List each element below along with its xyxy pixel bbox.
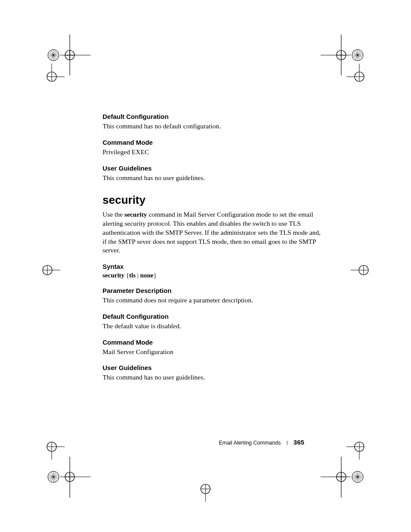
page-content: Default Configuration This command has n…: [103, 113, 322, 382]
syntax-tls: tls: [129, 272, 136, 279]
heading-syntax: Syntax: [103, 263, 322, 270]
section-title-security: security: [103, 193, 322, 207]
heading-default-configuration: Default Configuration: [103, 113, 322, 120]
intro-bold: security: [125, 211, 147, 218]
heading-user-guidelines: User Guidelines: [103, 165, 322, 172]
heading-command-mode-2: Command Mode: [103, 339, 322, 346]
crop-mark-right-mid: [351, 257, 377, 283]
text-default-configuration-2: The default value is disabled.: [103, 322, 322, 331]
footer-page-number: 365: [293, 439, 304, 446]
text-command-m
iment: Mail Server Configuration: [103, 348, 322, 357]
crop-mark-left-upper: [39, 64, 65, 90]
heading-parameter-description: Parameter Description: [103, 287, 322, 294]
text-security-intro: Use the security command in Mail Server …: [103, 210, 322, 255]
syntax-line: security {tls | none}: [103, 272, 322, 279]
text-parameter-description: This command does not require a paramete…: [103, 296, 322, 305]
syntax-brace-close: }: [153, 272, 156, 279]
syntax-brace-open: {: [125, 272, 129, 279]
crop-mark-left-lower: [39, 434, 65, 460]
text-command-mode: Privileged EXEC: [103, 148, 322, 157]
crop-mark-bottom-center: [193, 476, 218, 502]
text-default-configuration: This command has no default configuratio…: [103, 122, 322, 131]
page-footer: Email Alerting Commands | 365: [0, 439, 411, 446]
heading-command-mode: Command Mode: [103, 139, 322, 146]
heading-default-configuration-2: Default Configuration: [103, 313, 322, 320]
text-user-guidelines-2: This command has no user guidelines.: [103, 373, 322, 382]
syntax-pipe: |: [136, 272, 140, 279]
footer-separator: |: [286, 440, 288, 445]
crop-mark-right-upper: [346, 64, 372, 90]
syntax-cmd: security: [103, 272, 125, 279]
text-user-guidelines: This command has no user guidelines.: [103, 174, 322, 183]
crop-mark-left-mid: [34, 257, 60, 283]
crop-mark-right-lower: [346, 434, 372, 460]
intro-pre: Use the: [103, 211, 125, 218]
heading-user-guidelines-2: User Guidelines: [103, 364, 322, 371]
syntax-none: none: [140, 272, 153, 279]
footer-chapter-label: Email Alerting Commands: [219, 440, 281, 446]
